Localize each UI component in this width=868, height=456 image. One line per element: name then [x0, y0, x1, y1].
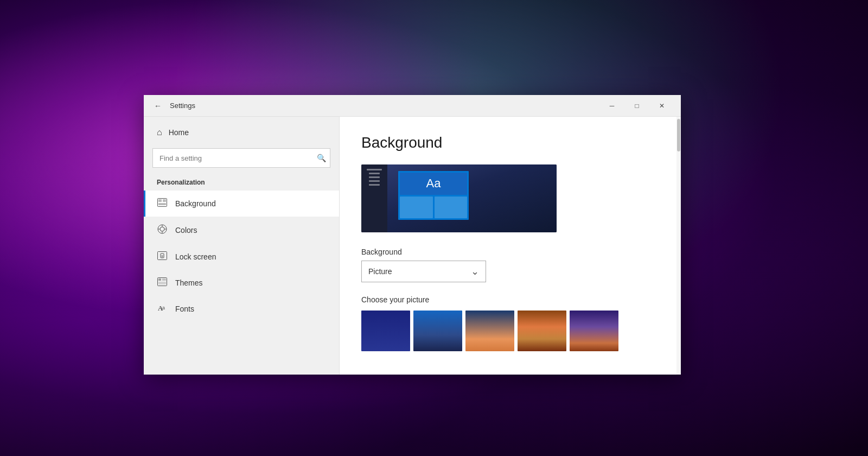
preview-taskbar — [361, 164, 387, 232]
sidebar: ⌂ Home 🔍 Personalization — [144, 117, 339, 375]
sidebar-background-label: Background — [175, 199, 216, 208]
window-body: ⌂ Home 🔍 Personalization — [144, 117, 681, 375]
sidebar-item-colors[interactable]: Colors — [144, 217, 339, 244]
taskbar-line-5 — [369, 184, 380, 186]
preview-desktop: Aa — [387, 164, 557, 232]
sidebar-item-fonts[interactable]: A a Fonts — [144, 296, 339, 322]
search-icon[interactable]: 🔍 — [317, 154, 326, 162]
minimize-button[interactable]: ─ — [599, 97, 624, 115]
picture-thumb-2[interactable] — [413, 311, 462, 351]
sidebar-item-lockscreen[interactable]: Lock screen — [144, 244, 339, 270]
fonts-icon: A a — [157, 303, 168, 314]
svg-rect-12 — [162, 255, 163, 257]
picture-thumb-4[interactable] — [518, 311, 566, 351]
taskbar-line-1 — [367, 169, 382, 170]
home-label: Home — [169, 128, 189, 137]
picture-thumb-1[interactable] — [361, 311, 410, 351]
search-input[interactable] — [152, 148, 330, 168]
scrollbar-thumb[interactable] — [677, 119, 680, 151]
preview-window-inner: Aa — [398, 171, 469, 220]
taskbar-line-3 — [369, 176, 380, 178]
back-button[interactable]: ← — [150, 98, 165, 113]
choose-picture-label: Choose your picture — [361, 295, 659, 304]
svg-text:a: a — [162, 305, 165, 311]
preview-tile-main: Aa — [400, 173, 467, 195]
background-type-dropdown[interactable]: Picture ⌄ — [361, 261, 486, 282]
search-box: 🔍 — [152, 148, 330, 168]
sidebar-item-home[interactable]: ⌂ Home — [144, 121, 339, 144]
svg-rect-2 — [163, 199, 166, 202]
settings-window: ← Settings ─ □ ✕ ⌂ Home 🔍 Personalizatio… — [144, 95, 681, 375]
chevron-down-icon: ⌄ — [471, 265, 479, 277]
sidebar-colors-label: Colors — [175, 226, 197, 235]
preview-window: Aa — [398, 171, 469, 220]
close-button[interactable]: ✕ — [649, 97, 674, 115]
lockscreen-icon — [157, 251, 168, 262]
svg-point-5 — [160, 227, 164, 231]
colors-icon — [157, 224, 168, 236]
maximize-button[interactable]: □ — [624, 97, 649, 115]
svg-rect-3 — [158, 203, 166, 205]
dropdown-value: Picture — [368, 267, 392, 276]
background-icon — [157, 198, 168, 209]
taskbar-line-2 — [369, 173, 380, 174]
background-dropdown-label: Background — [361, 248, 659, 256]
page-title: Background — [361, 134, 659, 151]
sidebar-themes-label: Themes — [175, 278, 203, 287]
svg-rect-1 — [158, 199, 162, 202]
sidebar-lockscreen-label: Lock screen — [175, 252, 216, 261]
svg-rect-16 — [158, 282, 166, 284]
svg-rect-14 — [158, 278, 161, 281]
picture-thumb-5[interactable] — [570, 311, 618, 351]
content-area: Background Aa — [340, 117, 681, 375]
personalization-label: Personalization — [144, 176, 339, 191]
title-bar: ← Settings ─ □ ✕ — [144, 95, 681, 117]
preview-tile-2 — [435, 197, 468, 219]
sidebar-item-background[interactable]: Background — [144, 191, 339, 217]
picture-grid — [361, 311, 659, 351]
scrollbar-track[interactable] — [676, 117, 681, 375]
preview-tile-1 — [400, 197, 433, 219]
picture-thumb-3[interactable] — [465, 311, 514, 351]
background-preview: Aa — [361, 164, 557, 232]
window-title: Settings — [170, 102, 599, 110]
home-icon: ⌂ — [157, 128, 162, 137]
sidebar-item-themes[interactable]: Themes — [144, 270, 339, 296]
sidebar-fonts-label: Fonts — [175, 305, 194, 313]
taskbar-line-4 — [369, 180, 380, 182]
window-controls: ─ □ ✕ — [599, 97, 674, 115]
svg-rect-15 — [162, 278, 166, 281]
themes-icon — [157, 277, 168, 288]
